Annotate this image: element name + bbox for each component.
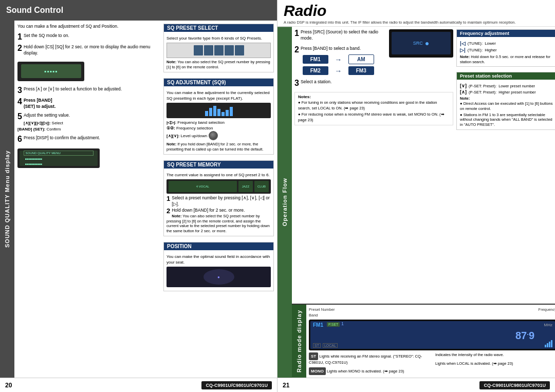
sound-control-title: Sound Control bbox=[6, 6, 63, 15]
preset-station-title: Preset station selection bbox=[457, 72, 555, 80]
radio-right-panels: Frequency adjustment |◁ (TUNE): Lower ▷|… bbox=[456, 29, 555, 301]
fm2-badge: FM2 bbox=[303, 66, 328, 75]
display-notes-left: ST Lights while receiving an FM stereo s… bbox=[309, 352, 430, 375]
sq-adjustment-section: SQ ADJUSTMENT (SQ9) You can make a fine … bbox=[163, 78, 274, 155]
left-model-number: CQ-C9901U/C9801U/C9701U bbox=[201, 381, 272, 389]
radio-step-3: 3 Select a station. bbox=[294, 79, 385, 85]
sq-vertical-label: SOUND QUALITY Menu display bbox=[0, 21, 14, 378]
sq-intro: You can make a fine adjustment of SQ and… bbox=[17, 24, 160, 30]
radio-step-1: 1 Press [SRC] (Source) to select the rad… bbox=[294, 29, 385, 42]
sound-control-header: Sound Control bbox=[0, 0, 277, 21]
arrow-1: → bbox=[330, 55, 347, 64]
fm1-badge: FM1 bbox=[303, 55, 328, 64]
sq-adjustment-title: SQ ADJUSTMENT (SQ9) bbox=[164, 79, 273, 86]
sq-step-4: 4 Press [BAND](SET) to adjust. bbox=[17, 98, 160, 110]
preset-num-label: Preset Number bbox=[309, 307, 335, 312]
sq-step-2: 2 Hold down [CS] [SQ] for 2 sec. or more… bbox=[17, 44, 160, 57]
fm3-badge: FM3 bbox=[348, 66, 374, 75]
arrow-2: → bbox=[330, 67, 347, 75]
sq-step-6: 6 Press [DISP] to confirm the adjustment… bbox=[17, 135, 160, 143]
left-page-number: 20 bbox=[5, 382, 12, 389]
left-footer: 20 CQ-C9901U/C9801U/C9701U bbox=[0, 378, 277, 392]
radio-title: Radio bbox=[284, 3, 549, 18]
op-flow-vertical-label: Operation Flow bbox=[278, 27, 292, 378]
radio-subtitle: A radio DSP is integrated into this unit… bbox=[284, 20, 549, 25]
frequency-label: Frequency bbox=[539, 307, 555, 312]
device-image-1: ■ ■ ■ ■ ■ bbox=[17, 62, 84, 81]
band-label: Band bbox=[309, 313, 555, 318]
radio-header: Radio A radio DSP is integrated into thi… bbox=[278, 0, 555, 27]
radio-mode-vertical-label: Radio mode display bbox=[292, 305, 306, 378]
radio-notes-block: Notes: ● For tuning in on only stations … bbox=[294, 92, 453, 125]
sq-step-3: 3 Press [∧] or [∨] to select a function … bbox=[17, 86, 160, 95]
sq-preset-memory-title: SQ PRESET MEMORY bbox=[164, 161, 273, 169]
radio-display-screen: FM1 P.SET 1 87.9 MHz bbox=[309, 320, 555, 350]
freq-adj-title: Frequency adjustment bbox=[457, 30, 555, 37]
right-footer: 21 CQ-C9901U/C9801U/C9701U bbox=[278, 378, 555, 392]
position-section: POSITION You can make the optimal sound … bbox=[163, 242, 274, 291]
radio-device-image: SRC● bbox=[389, 29, 453, 58]
am-badge: AM bbox=[348, 54, 374, 64]
position-title: POSITION bbox=[164, 242, 273, 250]
left-half: Sound Control SOUND QUALITY Menu display… bbox=[0, 0, 278, 392]
sq-step-5: 5 Adjust the setting value. [∧][∨][|◁][▷… bbox=[17, 113, 160, 132]
display-notes-right: Indicates the intensity of the radio wav… bbox=[435, 352, 555, 375]
preset-station-section: Preset station selection [∨] (P-SET: Pre… bbox=[456, 72, 555, 130]
freq-adj-section: Frequency adjustment |◁ (TUNE): Lower ▷|… bbox=[456, 29, 555, 67]
sq-pm-step-2: 2 Hold down [BAND] for 2 sec. or more. bbox=[166, 208, 271, 214]
sq-preset-img bbox=[166, 43, 271, 58]
sq-step-1: 1 Set the SQ mode to on. bbox=[17, 33, 160, 41]
radio-mode-display-section: Radio mode display Preset Number Frequen… bbox=[292, 304, 555, 378]
sq-steps-column: You can make a fine adjustment of SQ and… bbox=[17, 24, 160, 375]
radio-steps-column: 1 Press [SRC] (Source) to select the rad… bbox=[294, 29, 453, 301]
sq-preset-select-title: SQ PRESET SELECT bbox=[164, 24, 273, 32]
right-half: Radio A radio DSP is integrated into thi… bbox=[278, 0, 555, 392]
sq-preset-select-section: SQ PRESET SELECT Select your favorite ty… bbox=[163, 24, 274, 72]
sq-sections-column: SQ PRESET SELECT Select your favorite ty… bbox=[163, 24, 274, 375]
sq-pm-step-1: 1 Select a preset number by pressing [∧]… bbox=[166, 195, 271, 208]
right-model-number: CQ-C9901U/C9801U/C9701U bbox=[479, 381, 550, 389]
right-page-number: 21 bbox=[283, 382, 289, 389]
device-image-2: SOUND QUALITY MENU ■■■■■■■■■■■ ■■■■■■■■■… bbox=[17, 148, 100, 168]
radio-step-2: 2 Press [BAND] to select a band. bbox=[294, 46, 385, 52]
sq-preset-memory-section: SQ PRESET MEMORY The current value is as… bbox=[163, 160, 274, 236]
